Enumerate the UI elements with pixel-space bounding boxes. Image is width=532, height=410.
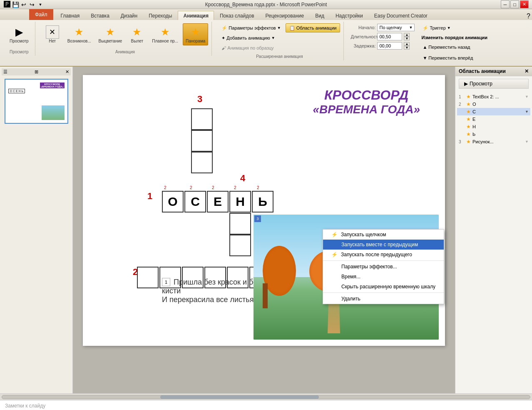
hscroll[interactable] bbox=[0, 393, 532, 400]
help-btn[interactable]: ? bbox=[527, 12, 530, 20]
anim-label-1: TextBox 2: ... bbox=[472, 94, 523, 99]
notes-area[interactable]: Заметки к слайду bbox=[0, 400, 532, 410]
duration-input[interactable] bbox=[377, 33, 402, 40]
delay-down[interactable]: ▼ bbox=[404, 46, 410, 50]
tab-design[interactable]: Дизайн bbox=[115, 11, 143, 20]
anim-none-btn[interactable]: ✕ Нет bbox=[42, 23, 63, 45]
slide-item-1[interactable]: 1 КРОССВОРД«ВРЕМЕНА ГОДА» О С Е Н Ь bbox=[3, 77, 69, 125]
anim-fade-label: Выцветание bbox=[99, 39, 122, 43]
anim-smooth-label: Плавное пр... bbox=[152, 39, 178, 43]
slide-panel: ☰ ⊞ ✕ 1 КРОССВОРД«ВРЕМЕНА ГОДА» О С Е Н … bbox=[0, 67, 73, 393]
tree-1 bbox=[263, 246, 296, 296]
move-fwd-btn[interactable]: ▲ Переместить назад bbox=[420, 42, 489, 52]
anim-item-5[interactable]: ★ Н bbox=[457, 123, 530, 130]
maximize-btn[interactable]: □ bbox=[510, 0, 519, 8]
anim-icon-5: ★ bbox=[466, 124, 471, 130]
anim-list: 1 ★ TextBox 2: ... ▼ 2 ★ О ★ С ▼ ★ Е bbox=[455, 91, 532, 393]
duration-up[interactable]: ▲ bbox=[404, 33, 410, 37]
reorder-label: Изменить порядок анимации bbox=[420, 34, 489, 41]
anim-panorama-btn[interactable]: ★ Панорама bbox=[183, 23, 208, 45]
tab-slideshow[interactable]: Показ слайдов bbox=[214, 11, 260, 20]
anim-item-arrow-7: ▼ bbox=[525, 140, 529, 144]
slide-thumbnail-1[interactable]: КРОССВОРД«ВРЕМЕНА ГОДА» О С Е Н Ь bbox=[5, 79, 68, 124]
anim-painter-btn[interactable]: 🖌 Анимация по образцу bbox=[219, 43, 283, 52]
anim-appear-label: Возникнов... bbox=[67, 39, 91, 43]
delay-spin[interactable]: ▲ ▼ bbox=[404, 42, 410, 50]
titlebar-left: 🅿 💾 ↩ ↪ ▼ bbox=[3, 1, 44, 8]
start-dropdown[interactable]: По щелчку ▼ bbox=[377, 24, 415, 31]
trigger-label: Триггер bbox=[430, 25, 445, 30]
anim-label-3: С bbox=[472, 109, 523, 114]
tab-home[interactable]: Главная bbox=[55, 11, 85, 20]
anim-fade-btn[interactable]: ★ Выцветание bbox=[96, 23, 125, 45]
ctx-hide-timeline[interactable]: Скрыть расширенную временную шкалу bbox=[323, 282, 444, 292]
effect-params-icon: ⚡ bbox=[221, 25, 227, 31]
panel-slides-icon: ⊞ bbox=[35, 69, 38, 75]
redo-btn[interactable]: ↪ bbox=[28, 1, 36, 8]
tab-edc[interactable]: Easy Document Creator bbox=[369, 11, 433, 20]
tab-animation[interactable]: Анимация bbox=[178, 11, 214, 20]
tab-view[interactable]: Вид bbox=[310, 11, 330, 20]
anim-item-4[interactable]: ★ Е bbox=[457, 115, 530, 123]
ctx-time[interactable]: Время... bbox=[323, 272, 444, 282]
anim-icon-7: ★ bbox=[466, 139, 471, 145]
tab-insert[interactable]: Вставка bbox=[85, 11, 115, 20]
ctx-after-prev[interactable]: ⚡ Запускать после предыдущего bbox=[323, 250, 444, 260]
duration-spin[interactable]: ▲ ▼ bbox=[404, 33, 410, 40]
move-bck-btn[interactable]: ▼ Переместить вперёд bbox=[420, 53, 489, 62]
ctx-effect-params[interactable]: Параметры эффектов... bbox=[323, 262, 444, 272]
anim-fly-btn[interactable]: ★ Вылет bbox=[127, 23, 147, 45]
hscroll-bar[interactable] bbox=[2, 395, 530, 399]
anim-panel-close[interactable]: ✕ bbox=[525, 68, 529, 74]
advanced-group-label: Расширенная анимация bbox=[256, 52, 303, 59]
ctx-delete[interactable]: Удалить bbox=[323, 294, 444, 304]
small-2-3: 2 bbox=[234, 185, 236, 190]
add-anim-btn[interactable]: ✦ Добавить анимацию ▼ bbox=[219, 33, 283, 42]
tab-review[interactable]: Рецензирование bbox=[260, 11, 310, 20]
context-menu: ⚡ Запускать щелчком Запускать вместе с п… bbox=[323, 229, 444, 304]
ctx-delete-label: Удалить bbox=[341, 296, 360, 302]
thumb-title: КРОССВОРД«ВРЕМЕНА ГОДА» bbox=[40, 82, 65, 88]
anim-icon-6: ★ bbox=[466, 131, 471, 137]
anim-item-1[interactable]: 1 ★ TextBox 2: ... ▼ bbox=[457, 93, 530, 100]
anim-item-3[interactable]: ★ С ▼ bbox=[457, 108, 530, 115]
anim-item-6[interactable]: ★ Ь bbox=[457, 130, 530, 138]
anim-item-2[interactable]: 2 ★ О bbox=[457, 100, 530, 108]
tab-file[interactable]: Файл bbox=[29, 9, 53, 20]
cell-soft: Ь bbox=[252, 191, 273, 212]
slide-canvas[interactable]: КРОССВОРД «ВРЕМЕНА ГОДА» 3 4 2 2 2 2 2 bbox=[83, 75, 445, 346]
cell-3-1 bbox=[191, 108, 213, 130]
anim-smooth-icon: ★ bbox=[159, 25, 172, 39]
anim-panel-btn[interactable]: 📋 Область анимации bbox=[286, 23, 341, 32]
preview-btn[interactable]: ▶ Просмотр bbox=[7, 23, 32, 45]
anim-panel-title: Область анимации bbox=[459, 68, 506, 74]
dropdown-arrow[interactable]: ▼ bbox=[37, 1, 44, 8]
save-quick-btn[interactable]: 💾 bbox=[12, 1, 19, 8]
anim-panel-icon: 📋 bbox=[289, 25, 295, 31]
panel-close-btn[interactable]: ✕ bbox=[65, 69, 69, 75]
effect-params-btn[interactable]: ⚡ Параметры эффектов ▼ bbox=[219, 23, 283, 32]
anim-panel-preview-btn[interactable]: ▶ Просмотр bbox=[459, 79, 529, 89]
cell-3-3 bbox=[191, 152, 213, 173]
hscroll-thumb[interactable] bbox=[160, 395, 318, 399]
anim-appear-btn[interactable]: ★ Возникнов... bbox=[65, 23, 94, 45]
anim-painter-icon: 🖌 bbox=[221, 45, 226, 50]
cell-4-2 bbox=[229, 235, 251, 256]
close-btn[interactable]: ✕ bbox=[520, 0, 529, 8]
anim-item-dropdown-3[interactable]: ▼ bbox=[525, 110, 529, 114]
delay-up[interactable]: ▲ bbox=[404, 42, 410, 46]
ctx-click[interactable]: ⚡ Запускать щелчком bbox=[323, 230, 444, 240]
ctx-with-prev-label: Запускать вместе с предыдущим bbox=[341, 242, 418, 248]
trigger-btn[interactable]: ⚡ Триггер ▼ bbox=[420, 23, 489, 32]
minimize-btn[interactable]: ─ bbox=[501, 0, 510, 8]
tab-addins[interactable]: Надстройки bbox=[330, 11, 368, 20]
duration-down[interactable]: ▼ bbox=[404, 37, 410, 40]
anim-smooth-btn[interactable]: ★ Плавное пр... bbox=[149, 23, 181, 45]
undo-btn[interactable]: ↩ bbox=[20, 1, 27, 8]
cell-s: С bbox=[184, 191, 206, 212]
delay-input[interactable] bbox=[377, 42, 402, 50]
ctx-with-prev[interactable]: Запускать вместе с предыдущим bbox=[323, 240, 444, 250]
anim-item-7[interactable]: 3 ★ Рисунок... ▼ bbox=[457, 138, 530, 145]
tab-transitions[interactable]: Переходы bbox=[143, 11, 177, 20]
delay-label: Задержка: bbox=[351, 43, 375, 48]
